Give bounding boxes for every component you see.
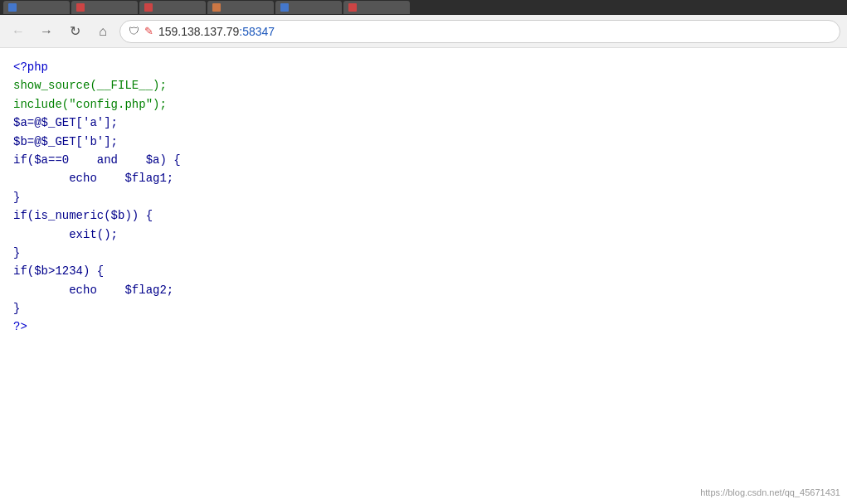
- home-button[interactable]: ⌂: [91, 20, 114, 43]
- code-content: <?php show_source(__FILE__); include("co…: [0, 48, 847, 346]
- code-line-5: $b=@$_GET['b'];: [13, 133, 834, 151]
- tab-4[interactable]: [207, 1, 274, 14]
- address-port: :58347: [239, 25, 275, 38]
- code-line-13: echo $flag2;: [13, 281, 834, 299]
- tab-3[interactable]: [139, 1, 206, 14]
- code-line-12: if($b>1234) {: [13, 262, 834, 280]
- code-line-11: }: [13, 244, 834, 262]
- code-line-3: include("config.php");: [13, 95, 834, 114]
- address-text: 159.138.137.79:58347: [158, 25, 275, 38]
- address-host: 159.138.137.79: [158, 25, 239, 38]
- code-line-7: echo $flag1;: [13, 169, 834, 187]
- tab-1[interactable]: [3, 1, 70, 14]
- forward-button[interactable]: →: [35, 20, 58, 43]
- tab-favicon-3: [144, 3, 153, 12]
- security-icon: 🛡: [129, 25, 139, 37]
- code-line-2: show_source(__FILE__);: [13, 76, 834, 94]
- tab-favicon-4: [212, 3, 221, 12]
- tab-bar: [0, 0, 847, 15]
- code-line-4: $a=@$_GET['a'];: [13, 114, 834, 132]
- refresh-button[interactable]: ↻: [63, 20, 86, 43]
- tab-5[interactable]: [275, 1, 342, 14]
- tab-favicon-1: [8, 3, 17, 12]
- address-bar[interactable]: 🛡 ✎ 159.138.137.79:58347: [119, 20, 840, 43]
- back-button[interactable]: ←: [7, 20, 30, 43]
- watermark: https://blog.csdn.net/qq_45671431: [700, 487, 840, 497]
- edit-icon: ✎: [144, 25, 153, 37]
- code-line-9: if(is_numeric($b)) {: [13, 206, 834, 225]
- tab-favicon-5: [280, 3, 289, 12]
- code-line-6: if($a==0 and $a) {: [13, 151, 834, 169]
- code-line-10: exit();: [13, 225, 834, 244]
- nav-bar: ← → ↻ ⌂ 🛡 ✎ 159.138.137.79:58347: [0, 15, 847, 48]
- tab-favicon-2: [76, 3, 85, 12]
- code-line-8: }: [13, 188, 834, 206]
- code-line-1: <?php: [13, 58, 834, 76]
- tab-2[interactable]: [71, 1, 138, 14]
- code-line-15: ?>: [13, 317, 834, 336]
- tab-favicon-6: [348, 3, 357, 12]
- code-line-14: }: [13, 299, 834, 317]
- tab-6[interactable]: [343, 1, 410, 14]
